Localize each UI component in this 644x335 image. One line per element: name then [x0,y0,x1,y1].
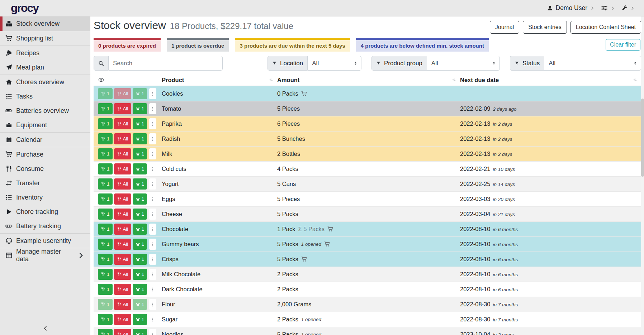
sidebar-item-consume[interactable]: Consume [0,162,90,176]
consume-all-button[interactable]: All [114,118,131,129]
banner-expired[interactable]: 0 products are expired [94,38,161,52]
open-one-button[interactable]: 1 [133,148,147,159]
consume-one-button[interactable]: 1 [98,103,113,114]
consume-all-button[interactable]: All [114,178,131,190]
visibility-column-header[interactable] [94,74,162,86]
sidebar-item-inventory[interactable]: Inventory [0,190,90,205]
row-menu-button[interactable] [149,133,156,144]
consume-one-button[interactable]: 1 [98,193,113,205]
consume-all-button[interactable]: All [114,224,131,235]
consume-one-button[interactable]: 1 [98,148,113,159]
consume-all-button[interactable]: All [114,239,131,250]
row-menu-button[interactable] [149,224,156,235]
open-one-button[interactable]: 1 [133,88,147,99]
row-menu-button[interactable] [149,88,156,99]
journal-button[interactable]: Journal [490,21,519,34]
sidebar-item-recipes[interactable]: Recipes [0,46,90,60]
row-menu-button[interactable] [149,314,156,325]
open-one-button[interactable]: 1 [133,178,147,190]
consume-one-button[interactable]: 1 [98,314,113,325]
sidebar-item-shopping-list[interactable]: Shopping list [0,31,90,46]
consume-all-button[interactable]: All [114,254,131,265]
row-menu-button[interactable] [149,329,156,335]
open-one-button[interactable]: 1 [133,329,147,335]
row-menu-button[interactable] [149,209,156,220]
consume-one-button[interactable]: 1 [98,209,113,220]
open-one-button[interactable]: 1 [133,118,147,129]
open-one-button[interactable]: 1 [133,314,147,325]
consume-all-button[interactable]: All [114,88,131,99]
consume-all-button[interactable]: All [114,148,131,159]
consume-one-button[interactable]: 1 [98,178,113,190]
row-menu-button[interactable] [149,239,156,250]
clear-filter-button[interactable]: Clear filter [606,39,640,51]
location-select[interactable]: All [307,56,361,71]
column-header-product[interactable]: Product [162,74,277,86]
sidebar-item-meal-plan[interactable]: Meal plan [0,60,90,75]
sidebar-item-purchase[interactable]: Purchase [0,147,90,162]
open-one-button[interactable]: 1 [133,224,147,235]
app-logo[interactable]: grocy [11,1,38,15]
user-menu[interactable]: Demo User [547,4,595,12]
sidebar-item-tasks[interactable]: Tasks [0,89,90,104]
consume-one-button[interactable]: 1 [98,329,113,335]
consume-one-button[interactable]: 1 [98,133,113,144]
sidebar-item-manage-master-data[interactable]: Manage master data [0,248,90,263]
sidebar-item-chore-tracking[interactable]: Chore tracking [0,205,90,219]
row-menu-button[interactable] [149,178,156,190]
row-menu-button[interactable] [149,148,156,159]
row-menu-button[interactable] [149,284,156,295]
sidebar-item-battery-tracking[interactable]: Battery tracking [0,219,90,233]
consume-all-button[interactable]: All [114,103,131,114]
consume-one-button[interactable]: 1 [98,254,113,265]
banner-duesoon[interactable]: 3 products are due within the next 5 day… [235,38,350,52]
settings-menu[interactable] [601,5,615,11]
consume-one-button[interactable]: 1 [98,118,113,129]
row-menu-button[interactable] [149,193,156,205]
consume-one-button[interactable]: 1 [98,224,113,235]
open-one-button[interactable]: 1 [133,193,147,205]
sidebar-item-equipment[interactable]: Equipment [0,118,90,132]
stock-entries-button[interactable]: Stock entries [523,21,567,34]
product-group-select[interactable]: All [427,56,500,71]
sidebar-item-calendar[interactable]: Calendar [0,133,90,147]
open-one-button[interactable]: 1 [133,209,147,220]
row-menu-button[interactable] [149,269,156,280]
open-one-button[interactable]: 1 [133,299,147,310]
open-one-button[interactable]: 1 [133,103,147,114]
sidebar-item-batteries-overview[interactable]: Batteries overview [0,104,90,118]
consume-one-button[interactable]: 1 [98,299,113,310]
row-menu-button[interactable] [149,118,156,129]
open-one-button[interactable]: 1 [133,239,147,250]
consume-one-button[interactable]: 1 [98,284,113,295]
search-input[interactable] [108,56,223,71]
banner-overdue[interactable]: 1 product is overdue [167,38,229,52]
consume-one-button[interactable]: 1 [98,269,113,280]
consume-all-button[interactable]: All [114,163,131,174]
scrollbar-thumb[interactable] [641,99,644,177]
open-one-button[interactable]: 1 [133,269,147,280]
sidebar-collapse-button[interactable] [0,325,90,331]
open-one-button[interactable]: 1 [133,284,147,295]
consume-one-button[interactable]: 1 [98,88,113,99]
open-one-button[interactable]: 1 [133,254,147,265]
open-one-button[interactable]: 1 [133,133,147,144]
open-one-button[interactable]: 1 [133,163,147,174]
consume-all-button[interactable]: All [114,269,131,280]
consume-one-button[interactable]: 1 [98,239,113,250]
consume-all-button[interactable]: All [114,299,131,310]
column-header-next-due-date[interactable]: Next due date [460,74,641,86]
location-content-sheet-button[interactable]: Location Content Sheet [570,21,641,34]
sidebar-item-chores-overview[interactable]: Chores overview [0,75,90,89]
sidebar-item-transfer[interactable]: Transfer [0,176,90,190]
row-menu-button[interactable] [149,163,156,174]
consume-all-button[interactable]: All [114,329,131,335]
consume-all-button[interactable]: All [114,209,131,220]
sidebar-item-stock-overview[interactable]: Stock overview [0,16,90,31]
banner-belowmin[interactable]: 4 products are below defined min. stock … [356,38,489,52]
consume-all-button[interactable]: All [114,314,131,325]
status-select[interactable]: All [544,56,641,71]
consume-all-button[interactable]: All [114,133,131,144]
consume-one-button[interactable]: 1 [98,163,113,174]
consume-all-button[interactable]: All [114,284,131,295]
